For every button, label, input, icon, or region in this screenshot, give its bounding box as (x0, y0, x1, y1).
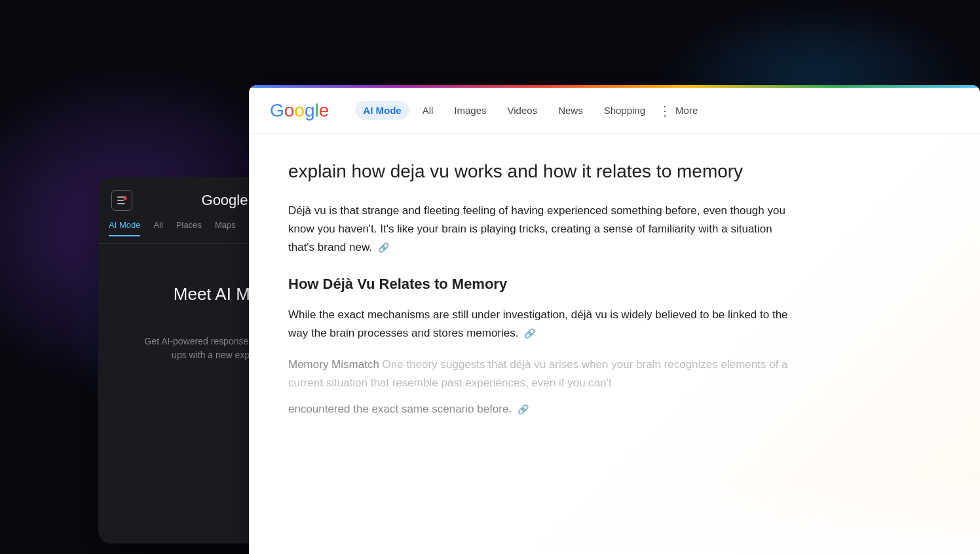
link-icon-1[interactable]: 🔗 (378, 240, 389, 255)
memory-mismatch-paragraph: Memory Mismatch One theory suggests that… (288, 356, 799, 392)
link-icon-3[interactable]: 🔗 (518, 402, 529, 417)
nav-videos[interactable]: Videos (500, 101, 546, 120)
section-heading: How Déjà Vu Relates to Memory (288, 276, 941, 293)
desktop-header: Google AI Mode All Images Videos News Sh… (249, 88, 980, 134)
search-query: explain how deja vu works and how it rel… (288, 160, 941, 183)
mobile-nav-ai-mode[interactable]: AI Mode (109, 220, 140, 236)
nav-news[interactable]: News (550, 101, 591, 120)
more-dots-icon: ⋮ (658, 103, 671, 119)
google-logo[interactable]: Google (270, 100, 329, 121)
more-label: More (675, 105, 698, 116)
desktop-nav: AI Mode All Images Videos News Shopping … (355, 101, 959, 120)
mobile-nav-places[interactable]: Places (176, 220, 202, 236)
svg-point-3 (124, 197, 127, 200)
mobile-google-logo: Google (202, 192, 248, 209)
mobile-nav-maps[interactable]: Maps (215, 220, 236, 236)
svg-rect-2 (117, 203, 125, 204)
nav-ai-mode[interactable]: AI Mode (355, 101, 409, 120)
encountered-text: encountered the exact same scenario befo… (288, 400, 941, 418)
desktop-content: explain how deja vu works and how it rel… (249, 134, 980, 554)
desktop-card: Google AI Mode All Images Videos News Sh… (249, 85, 980, 554)
memory-mismatch-label: Memory Mismatch (288, 358, 379, 371)
link-icon-2[interactable]: 🔗 (524, 326, 535, 341)
nav-all[interactable]: All (415, 101, 442, 120)
result-paragraph-2: While the exact mechanisms are still und… (288, 306, 799, 342)
menu-icon[interactable] (111, 190, 132, 211)
svg-rect-1 (117, 200, 124, 201)
mobile-nav-all[interactable]: All (153, 220, 162, 236)
result-paragraph-1: Déjà vu is that strange and fleeting fee… (288, 202, 799, 257)
nav-shopping[interactable]: Shopping (596, 101, 653, 120)
nav-images[interactable]: Images (446, 101, 494, 120)
more-button[interactable]: ⋮ More (658, 103, 698, 119)
